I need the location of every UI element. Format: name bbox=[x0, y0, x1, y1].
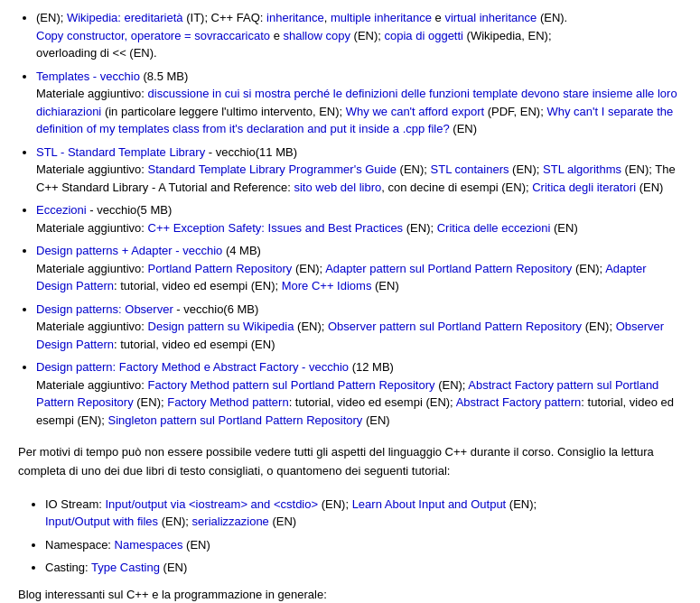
link-multiple-inheritance[interactable]: multiple inheritance bbox=[331, 11, 432, 24]
blog-title: Blog interessanti sul C++ e la programma… bbox=[18, 586, 682, 603]
link-copia-oggetti[interactable]: copia di oggetti bbox=[385, 29, 463, 42]
text-en-dot: (EN). bbox=[537, 11, 567, 24]
list-item-stl: STL - Standard Template Library - vecchi… bbox=[36, 144, 682, 197]
link-input-output-files[interactable]: Input/Output with files bbox=[45, 515, 158, 528]
text-pdf: (PDF, EN); bbox=[484, 105, 546, 118]
link-inheritance[interactable]: inheritance bbox=[266, 11, 324, 24]
list-item-observer: Design patterns: Observer - vecchio(6 MB… bbox=[36, 301, 682, 354]
link-stl[interactable]: STL - Standard Template Library bbox=[36, 145, 205, 159]
text-stl-examples: , con decine di esempi (EN); bbox=[381, 181, 532, 194]
link-critica-eccezioni[interactable]: Critica delle eccezioni bbox=[437, 221, 551, 235]
text-material-templates: Materiale aggiuntivo: bbox=[36, 87, 148, 100]
reading-paragraph: Per motivi di tempo può non essere possi… bbox=[18, 443, 682, 481]
list-item-namespace: Namespace: Namespaces (EN) bbox=[45, 536, 682, 554]
text-dp-en3: (EN) bbox=[371, 279, 398, 292]
text-e: e bbox=[432, 11, 444, 24]
text-namespace-prefix: Namespace: bbox=[45, 538, 115, 552]
link-factory-method-tutorial[interactable]: Factory Method pattern bbox=[167, 395, 288, 409]
comma1: , bbox=[324, 11, 331, 24]
link-more-cpp-idioms[interactable]: More C++ Idioms bbox=[282, 279, 372, 292]
link-adapter-portland[interactable]: Adapter pattern sul Portland Pattern Rep… bbox=[325, 262, 572, 275]
text-iostream-prefix: IO Stream: bbox=[45, 497, 105, 511]
link-shallow-copy[interactable]: shallow copy bbox=[284, 29, 350, 42]
text-eccezioni-suffix: - vecchio(5 MB) bbox=[87, 203, 173, 217]
list-item-casting: Casting: Type Casting (EN) bbox=[45, 559, 682, 577]
link-learn-io[interactable]: Learn About Input and Output bbox=[352, 497, 507, 511]
link-observer[interactable]: Design patterns: Observer bbox=[36, 302, 173, 316]
text-material-factory: Materiale aggiuntivo: bbox=[36, 378, 148, 392]
text-dp-en2: (EN); bbox=[572, 262, 605, 275]
text-observer-en1: (EN); bbox=[294, 320, 328, 333]
text-casting-prefix: Casting: bbox=[45, 561, 91, 574]
text-factory-tutorial1: : tutorial, video ed esempi (EN); bbox=[289, 395, 456, 409]
link-stl-guide[interactable]: Standard Template Library Programmer's G… bbox=[148, 162, 397, 176]
text-stl-suffix: - vecchio(11 MB) bbox=[205, 145, 297, 159]
list-item-iostream: IO Stream: Input/output via <iostream> a… bbox=[45, 496, 682, 531]
text-it: (IT); C++ FAQ: bbox=[183, 11, 266, 24]
text-eccezioni-en1: (EN); bbox=[403, 221, 437, 235]
text-en-semi: (EN); bbox=[350, 29, 385, 42]
text-stl-en-end: (EN) bbox=[636, 181, 663, 194]
text-stl-en1: (EN); bbox=[397, 162, 431, 176]
text-en-prefix: (EN); bbox=[36, 11, 67, 24]
link-stl-containers[interactable]: STL containers bbox=[431, 162, 509, 176]
text-en-end: (EN). bbox=[126, 46, 157, 60]
list-item-factory: Design pattern: Factory Method e Abstrac… bbox=[36, 358, 682, 429]
link-abstract-factory-pattern[interactable]: Abstract Factory pattern bbox=[456, 395, 582, 409]
link-templates[interactable]: Templates - vecchio bbox=[36, 70, 140, 83]
link-sito-web[interactable]: sito web del libro bbox=[294, 181, 381, 194]
text-overloading: overloading di << bbox=[36, 46, 126, 60]
link-copy-constructor[interactable]: Copy constructor, operatore = sovraccari… bbox=[36, 29, 270, 42]
tutorials-list: IO Stream: Input/output via <iostream> a… bbox=[45, 496, 682, 577]
text-factory-en2: (EN); bbox=[134, 395, 168, 409]
text-observer-en2: (EN); bbox=[582, 320, 616, 333]
link-factory-method[interactable]: Design pattern: Factory Method e Abstrac… bbox=[36, 360, 349, 374]
text-en-templates: (EN) bbox=[450, 122, 477, 135]
link-portland-pattern[interactable]: Portland Pattern Repository bbox=[148, 262, 293, 275]
text-observer-suffix: - vecchio(6 MB) bbox=[173, 302, 259, 316]
text-files-en: (EN); bbox=[158, 515, 192, 528]
link-iostream[interactable]: Input/output via <iostream> and <cstdio> bbox=[105, 497, 318, 511]
link-critica-iteratori[interactable]: Critica degli iteratori bbox=[532, 181, 636, 194]
text-namespace-en: (EN) bbox=[182, 538, 210, 552]
link-factory-method-portland[interactable]: Factory Method pattern sul Portland Patt… bbox=[148, 378, 435, 392]
text-material-dp: Materiale aggiuntivo: bbox=[36, 262, 148, 275]
text-dp-en1: (EN); bbox=[292, 262, 325, 275]
link-cant-afford-export[interactable]: Why we can't afford export bbox=[346, 105, 484, 118]
text-templates-size: (8.5 MB) bbox=[140, 70, 188, 83]
text-iostream-en2: (EN); bbox=[506, 497, 537, 511]
text-wikipedia-en: (Wikipedia, EN); bbox=[463, 29, 552, 42]
text-dp-size: (4 MB) bbox=[222, 244, 261, 257]
link-serializzazione[interactable]: serializzazione bbox=[192, 515, 269, 528]
link-design-wikipedia[interactable]: Design pattern su Wikipedia bbox=[148, 320, 294, 333]
text-factory-en1: (EN); bbox=[435, 378, 469, 392]
list-item-design-patterns: Design patterns + Adapter - vecchio (4 M… bbox=[36, 242, 682, 295]
text-eccezioni-en2: (EN) bbox=[550, 221, 577, 235]
text-stl-en2: (EN); bbox=[509, 162, 543, 176]
link-design-patterns-adapter[interactable]: Design patterns + Adapter - vecchio bbox=[36, 244, 222, 257]
text-factory-size: (12 MB) bbox=[349, 360, 394, 374]
link-namespaces[interactable]: Namespaces bbox=[115, 538, 183, 552]
text-serial-en: (EN) bbox=[269, 515, 296, 528]
link-wikipedia-ereditarieta[interactable]: Wikipedia: ereditarietà bbox=[67, 11, 183, 24]
link-observer-portland[interactable]: Observer pattern sul Portland Pattern Re… bbox=[328, 320, 582, 333]
link-stl-algorithms[interactable]: STL algorithms bbox=[543, 162, 621, 176]
text-observer-tutorial: : tutorial, video ed esempi (EN) bbox=[114, 338, 275, 351]
text-casting-en: (EN) bbox=[160, 561, 187, 574]
text-iostream-en1: (EN); bbox=[318, 497, 352, 511]
link-eccezioni[interactable]: Eccezioni bbox=[36, 203, 87, 217]
text-template-note: (in particolare leggere l'ultimo interve… bbox=[101, 105, 346, 118]
text-e2: e bbox=[270, 29, 283, 42]
link-type-casting[interactable]: Type Casting bbox=[91, 561, 160, 574]
text-factory-en3: (EN) bbox=[362, 413, 389, 427]
link-exception-safety[interactable]: C++ Exception Safety: Issues and Best Pr… bbox=[148, 221, 404, 235]
text-material-observer: Materiale aggiuntivo: bbox=[36, 320, 148, 333]
text-material-stl: Materiale aggiuntivo: bbox=[36, 162, 148, 176]
link-singleton-portland[interactable]: Singleton pattern sul Portland Pattern R… bbox=[107, 413, 362, 427]
list-item-wikipedia: (EN); Wikipedia: ereditarietà (IT); C++ … bbox=[36, 9, 682, 62]
list-item-templates: Templates - vecchio (8.5 MB) Materiale a… bbox=[36, 68, 682, 138]
list-item-eccezioni: Eccezioni - vecchio(5 MB) Materiale aggi… bbox=[36, 201, 682, 237]
main-list: (EN); Wikipedia: ereditarietà (IT); C++ … bbox=[36, 9, 682, 429]
link-virtual-inheritance[interactable]: virtual inheritance bbox=[444, 11, 537, 24]
text-dp-tutorial: : tutorial, video ed esempi (EN); bbox=[114, 279, 282, 292]
